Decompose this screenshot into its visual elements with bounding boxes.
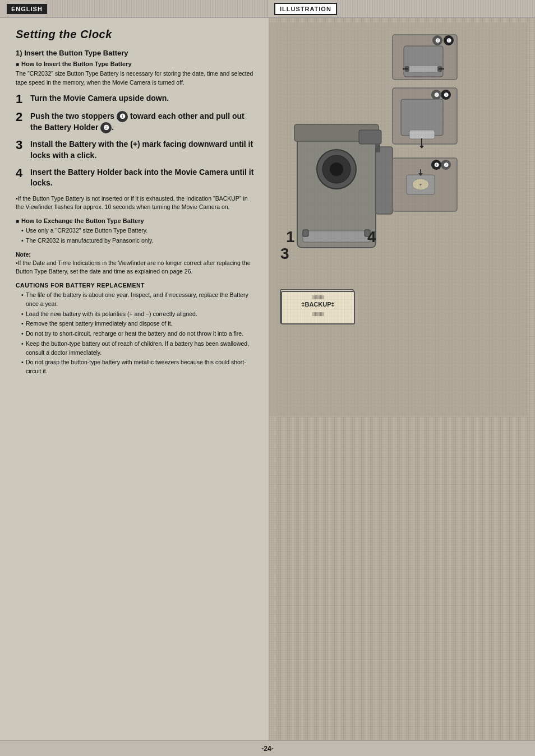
illustration-badge: ILLUSTRATION (274, 3, 337, 15)
svg-text:‡BACKUP‡: ‡BACKUP‡ (301, 301, 334, 308)
left-column: Setting the Clock 1) Insert the Button T… (0, 18, 269, 740)
exchange-bullet-2: The CR2032 is manufactured by Panasonic … (21, 236, 256, 245)
how-to-title: How to Insert the Button Type Battery (16, 61, 256, 67)
bottom-bar: -24- (0, 740, 535, 756)
exchange-bullet-1: Use only a "CR2032" size Button Type Bat… (21, 226, 256, 235)
how-to-body: The "CR2032" size Button Type Battery is… (16, 69, 256, 87)
note-title: Note: (16, 251, 256, 258)
step-4-text: Insert the Battery Holder back into the … (30, 167, 256, 189)
svg-rect-18 (407, 66, 440, 72)
illustration-svg: 1 (269, 24, 527, 416)
header-right: ILLUSTRATION (268, 0, 535, 17)
svg-point-5 (330, 163, 343, 176)
caution-bullet-5: Keep the button-type battery out of reac… (21, 340, 256, 358)
caution-title: CAUTIONS FOR BATTERY REPLACEMENT (16, 282, 256, 289)
step-label-3: 3 (280, 245, 289, 262)
page-title: Setting the Clock (16, 28, 256, 41)
page-number: -24- (261, 745, 273, 753)
step-label-4: 4 (367, 228, 376, 245)
exchange-title: How to Exchange the Button Type Battery (16, 217, 256, 224)
header-noise-left (47, 0, 267, 17)
caution-bullet-1: The life of the battery is about one yea… (21, 291, 256, 309)
caution-bullet-4: Do not try to short-circuit, recharge or… (21, 330, 256, 338)
svg-text:❶: ❶ (446, 38, 451, 44)
step-3-text: Install the Battery with the (+) mark fa… (30, 139, 256, 161)
svg-rect-9 (303, 231, 370, 242)
svg-text:+: + (419, 182, 422, 188)
step-4-number: 4 (16, 167, 27, 179)
header-left: ENGLISH (0, 0, 268, 17)
main-content: Setting the Clock 1) Insert the Button T… (0, 18, 535, 740)
section-1-number: 1) Insert the Button Type Battery (16, 49, 256, 57)
header-bar: ENGLISH ILLUSTRATION (0, 0, 535, 18)
language-badge: ENGLISH (7, 4, 47, 14)
svg-rect-10 (303, 230, 308, 236)
backup-note: •If the Button Type Battery is not inser… (16, 194, 256, 212)
svg-text:❶: ❶ (444, 92, 449, 98)
step-4: 4 Insert the Battery Holder back into th… (16, 167, 256, 189)
step-1: 1 Turn the Movie Camera upside down. (16, 93, 256, 105)
caution-bullet-2: Load the new battery with its polarities… (21, 310, 256, 319)
right-column: 1 (269, 18, 535, 740)
exchange-bullets: Use only a "CR2032" size Button Type Bat… (16, 226, 256, 245)
svg-text:❷: ❷ (444, 162, 449, 168)
step-3-number: 3 (16, 139, 27, 151)
svg-rect-7 (376, 147, 393, 214)
caution-bullets: The life of the battery is about one yea… (16, 291, 256, 376)
note-section: Note: •If the Date and Time Indications … (16, 251, 256, 277)
svg-text:||||||||||||: |||||||||||| (312, 312, 324, 316)
step-1-text: Turn the Movie Camera upside down. (30, 93, 169, 104)
step-1-number: 1 (16, 93, 27, 105)
note-text: •If the Date and Time Indications in the… (16, 259, 256, 277)
caution-bullet-6: Do not grasp the button-type battery wit… (21, 358, 256, 376)
illustration-area: 1 (269, 18, 535, 740)
stopper-circle-1: ❶ (117, 111, 128, 122)
step-2-text: Push the two stoppers ❶ toward each othe… (30, 111, 256, 134)
svg-rect-29 (409, 130, 435, 139)
step-2-number: 2 (16, 111, 27, 123)
stopper-circle-2: ❷ (100, 122, 112, 133)
svg-text:❷: ❷ (434, 92, 439, 98)
svg-text:❷: ❷ (435, 38, 440, 44)
svg-rect-8 (376, 144, 380, 152)
svg-text:||||||||||||: |||||||||||| (312, 295, 324, 299)
step-2: 2 Push the two stoppers ❶ toward each ot… (16, 111, 256, 134)
svg-rect-6 (359, 130, 381, 144)
svg-text:❶: ❶ (434, 162, 439, 168)
header-noise-right (337, 0, 535, 17)
step-3: 3 Install the Battery with the (+) mark … (16, 139, 256, 161)
step-label-1: 1 (286, 228, 295, 245)
caution-bullet-3: Remove the spent battery immediately and… (21, 319, 256, 328)
section-1-title: Insert the Button Type Battery (24, 49, 128, 57)
